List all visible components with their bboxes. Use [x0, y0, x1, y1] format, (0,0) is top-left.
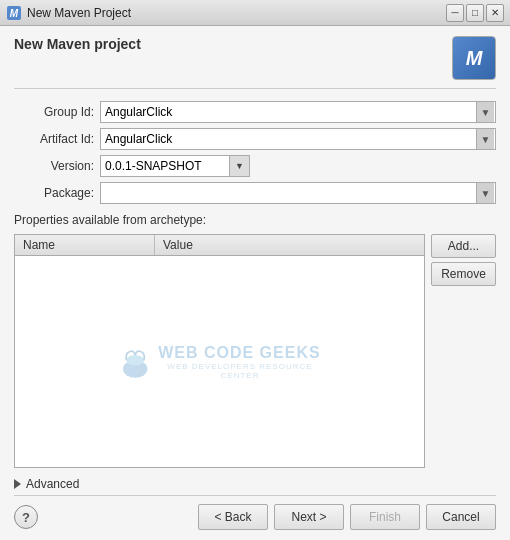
watermark-sub-text: WEB DEVELOPERS RESOURCE CENTER: [158, 362, 322, 380]
help-button[interactable]: ?: [14, 505, 38, 529]
watermark-cup-icon: [117, 342, 152, 382]
watermark-text: WEB CODE GEEKS WEB DEVELOPERS RESOURCE C…: [158, 344, 322, 380]
name-header: Name: [15, 235, 155, 255]
form-section: Group Id: ▼ Artifact Id: ▼ Version: ▼ Pa…: [14, 101, 496, 495]
finish-button[interactable]: Finish: [350, 504, 420, 530]
svg-point-3: [126, 355, 143, 365]
title-bar-left: M New Maven Project: [6, 5, 131, 21]
advanced-label: Advanced: [26, 477, 79, 491]
minimize-button[interactable]: ─: [446, 4, 464, 22]
artifact-id-row: Artifact Id: ▼: [14, 128, 496, 150]
watermark-logo: WEB CODE GEEKS WEB DEVELOPERS RESOURCE C…: [117, 342, 322, 382]
remove-button[interactable]: Remove: [431, 262, 496, 286]
window-icon: M: [6, 5, 22, 21]
properties-label: Properties available from archetype:: [14, 213, 496, 227]
value-header: Value: [155, 235, 424, 255]
footer-buttons: < Back Next > Finish Cancel: [198, 504, 496, 530]
group-id-row: Group Id: ▼: [14, 101, 496, 123]
maximize-button[interactable]: □: [466, 4, 484, 22]
watermark: WEB CODE GEEKS WEB DEVELOPERS RESOURCE C…: [117, 342, 322, 382]
properties-area: Name Value: [14, 234, 496, 468]
package-input[interactable]: [100, 182, 496, 204]
dialog-footer: ? < Back Next > Finish Cancel: [14, 495, 496, 530]
maven-icon: M: [452, 36, 496, 80]
close-button[interactable]: ✕: [486, 4, 504, 22]
dialog-title: New Maven project: [14, 36, 141, 52]
version-label: Version:: [14, 159, 94, 173]
version-row: Version: ▼: [14, 155, 496, 177]
group-id-label: Group Id:: [14, 105, 94, 119]
back-button[interactable]: < Back: [198, 504, 268, 530]
add-button[interactable]: Add...: [431, 234, 496, 258]
dialog-body: New Maven project M Group Id: ▼ Artifact…: [0, 26, 510, 540]
group-id-wrapper: ▼: [100, 101, 496, 123]
artifact-id-input[interactable]: [100, 128, 496, 150]
footer-left: ?: [14, 505, 38, 529]
advanced-triangle-icon: [14, 479, 21, 489]
version-input[interactable]: [100, 155, 230, 177]
window-title: New Maven Project: [27, 6, 131, 20]
svg-text:M: M: [10, 8, 19, 19]
title-bar-controls: ─ □ ✕: [446, 4, 504, 22]
group-id-input[interactable]: [100, 101, 496, 123]
properties-buttons: Add... Remove: [431, 234, 496, 468]
version-wrapper: ▼: [100, 155, 250, 177]
package-label: Package:: [14, 186, 94, 200]
version-arrow[interactable]: ▼: [230, 155, 250, 177]
package-wrapper: ▼: [100, 182, 496, 204]
properties-table: Name Value: [14, 234, 425, 468]
next-button[interactable]: Next >: [274, 504, 344, 530]
artifact-id-wrapper: ▼: [100, 128, 496, 150]
table-header: Name Value: [15, 235, 424, 256]
package-row: Package: ▼: [14, 182, 496, 204]
cancel-button[interactable]: Cancel: [426, 504, 496, 530]
artifact-id-label: Artifact Id:: [14, 132, 94, 146]
title-bar: M New Maven Project ─ □ ✕: [0, 0, 510, 26]
table-body: WEB CODE GEEKS WEB DEVELOPERS RESOURCE C…: [15, 256, 424, 467]
dialog-header: New Maven project M: [14, 36, 496, 89]
advanced-section[interactable]: Advanced: [14, 473, 496, 495]
watermark-main-text: WEB CODE GEEKS: [158, 344, 322, 362]
